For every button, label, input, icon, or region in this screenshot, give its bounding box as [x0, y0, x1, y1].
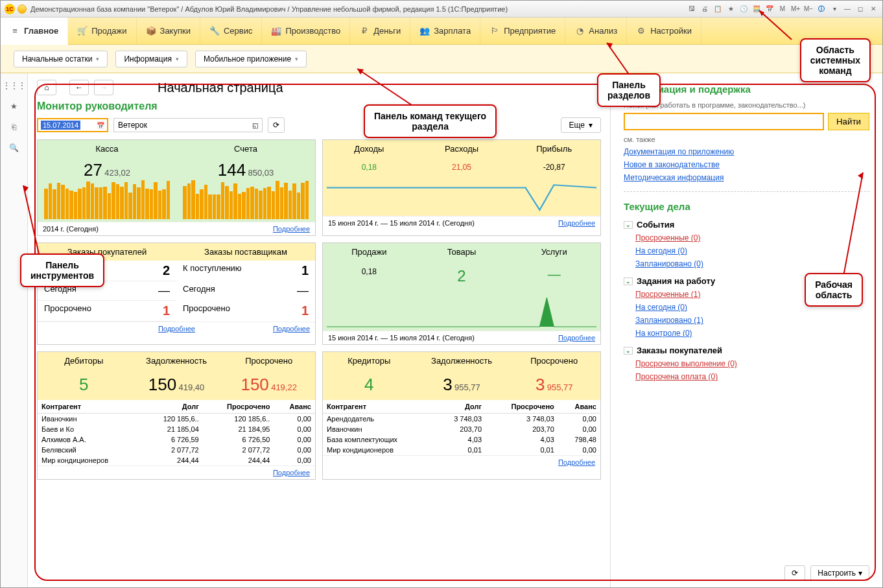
details-link[interactable]: Подробнее	[558, 334, 595, 342]
cash-value: 27	[84, 160, 102, 180]
cmd-Мобильное приложение[interactable]: Мобильное приложение	[195, 51, 307, 67]
date-input[interactable]: 15.07.2014📅	[37, 118, 108, 132]
task-link[interactable]: На контроле (0)	[635, 329, 869, 338]
section-Продажи[interactable]: 🛒Продажи	[68, 18, 136, 44]
svg-marker-1	[759, 10, 764, 16]
callout-work: Рабочая область	[805, 273, 863, 307]
section-icon: 👥	[419, 26, 430, 36]
section-icon: 📦	[146, 26, 156, 36]
section-Предприятие[interactable]: 🏳Предприятие	[480, 18, 565, 44]
task-link[interactable]: Просрочено выполнение (0)	[635, 359, 869, 368]
callout-cmd: Панель команд текущего раздела	[364, 104, 497, 138]
section-icon: 🏭	[271, 26, 281, 36]
back-button[interactable]: ←	[69, 80, 89, 95]
section-icon: 🛒	[77, 26, 88, 36]
grid-icon[interactable]: ⋮⋮⋮	[8, 80, 20, 91]
search-button[interactable]: Найти	[828, 113, 869, 130]
task-link[interactable]: Просрочена оплата (0)	[635, 372, 869, 381]
accounts-bars	[176, 183, 315, 222]
tool-panel: ⋮⋮⋮ ★ ⎗ 🔍	[1, 73, 28, 587]
refresh-side-button[interactable]: ⟳	[784, 565, 805, 581]
page-title: Начальная страница	[158, 80, 283, 95]
maximize-icon[interactable]: ◻	[855, 4, 865, 14]
accounts-header: Счета	[176, 140, 315, 158]
svg-line-0	[759, 10, 792, 40]
section-Главное[interactable]: ≡Главное	[1, 18, 68, 45]
income-sparkline	[323, 177, 600, 216]
svg-line-6	[23, 185, 40, 257]
info-icon[interactable]: ⓘ	[816, 4, 827, 14]
window-title: Демонстрационная база компании "Ветерок"…	[30, 5, 508, 13]
app-logo-icon: 1C	[5, 4, 15, 14]
section-icon: ≡	[10, 25, 20, 36]
close-icon[interactable]: ✕	[868, 4, 878, 14]
more-button[interactable]: Еще▾	[561, 117, 601, 133]
callout-tools: Панель инструментов	[20, 253, 104, 287]
section-icon: ⚙	[636, 26, 646, 36]
task-group[interactable]: Заказы покупателей	[624, 346, 869, 355]
open-icon[interactable]: ◱	[252, 122, 258, 129]
side-panel: Информация и поддержка Поиск (как работа…	[610, 73, 882, 587]
cmd-Начальные остатки[interactable]: Начальные остатки	[14, 51, 108, 67]
svg-line-4	[357, 69, 416, 108]
support-link[interactable]: Новое в законодательстве	[624, 160, 869, 169]
favorite-icon[interactable]: ★	[725, 4, 736, 14]
refresh-button[interactable]: ⟳	[268, 117, 285, 133]
home-button[interactable]: ⌂	[37, 80, 56, 95]
section-Зарплата[interactable]: 👥Зарплата	[410, 18, 480, 44]
app-window: 1C Демонстрационная база компании "Ветер…	[0, 0, 883, 588]
details-link[interactable]: Подробнее	[558, 219, 595, 227]
support-link[interactable]: Документация по приложению	[624, 147, 869, 156]
section-icon: 🏳	[489, 26, 500, 36]
main-area: ⌂ ← → Начальная страница Монитор руковод…	[28, 73, 610, 587]
command-bar: Начальные остаткиИнформацияМобильное при…	[1, 45, 882, 73]
section-Сервис[interactable]: 🔧Сервис	[200, 18, 263, 44]
sys-icon[interactable]: 🖫	[687, 4, 697, 14]
svg-line-8	[843, 172, 863, 276]
svg-marker-9	[858, 172, 863, 179]
cash-card: Касса Счета 27 423,02 144 850,03 2014 г.…	[37, 139, 316, 236]
calendar-icon[interactable]: 📅	[97, 122, 104, 129]
sys-dropdown-icon[interactable]: ▾	[829, 4, 840, 14]
org-input[interactable]: Ветерок◱	[113, 118, 263, 132]
cmd-Информация[interactable]: Информация	[115, 51, 187, 67]
sales-card: Продажи Товары Услуги 0,18 2 — 15 июня	[322, 242, 601, 345]
section-icon: 🔧	[209, 26, 220, 36]
debtors-card: ДебиторыЗадолженностьПросрочено5150 419,…	[37, 351, 316, 480]
section-Деньги[interactable]: ₽Деньги	[350, 18, 410, 44]
sales-sparkline	[323, 292, 600, 331]
search-input[interactable]	[624, 113, 824, 130]
app-menu-dropdown[interactable]	[18, 5, 27, 14]
sys-icon[interactable]: 🖨	[700, 4, 710, 14]
configure-button[interactable]: Настроить ▾	[810, 565, 869, 581]
monitor-title: Монитор руководителя	[37, 100, 601, 112]
details-link[interactable]: Подробнее	[158, 325, 195, 333]
cash-header: Касса	[38, 140, 176, 158]
details-link[interactable]: Подробнее	[273, 325, 310, 333]
income-card: Доходы Расходы Прибыль 0,18 21,05 -20,87	[322, 139, 601, 236]
sys-icon[interactable]: 📋	[712, 4, 723, 14]
details-link[interactable]: Подробнее	[273, 225, 310, 233]
svg-marker-3	[607, 43, 613, 49]
minimize-icon[interactable]: —	[842, 4, 853, 14]
section-icon: ₽	[359, 26, 370, 36]
creditors-card: КредиторыЗадолженностьПросрочено43 955,7…	[322, 351, 601, 480]
forward-button[interactable]: →	[94, 80, 113, 95]
section-Производство[interactable]: 🏭Производство	[262, 18, 350, 44]
section-Закупки[interactable]: 📦Закупки	[137, 18, 200, 44]
task-link[interactable]: Запланировано (1)	[635, 316, 869, 325]
m-minus-icon[interactable]: M−	[803, 4, 814, 14]
accounts-value: 144	[218, 160, 246, 180]
work-area: ⌂ ← → Начальная страница Монитор руковод…	[28, 73, 882, 587]
callout-sys: Область системных команд	[800, 38, 871, 82]
history-icon[interactable]: ⎗	[8, 121, 20, 133]
callout-sections: Панель разделов	[597, 73, 661, 107]
search-icon[interactable]: 🔍	[8, 142, 20, 154]
star-icon[interactable]: ★	[8, 100, 20, 112]
section-icon: ◔	[574, 26, 585, 36]
